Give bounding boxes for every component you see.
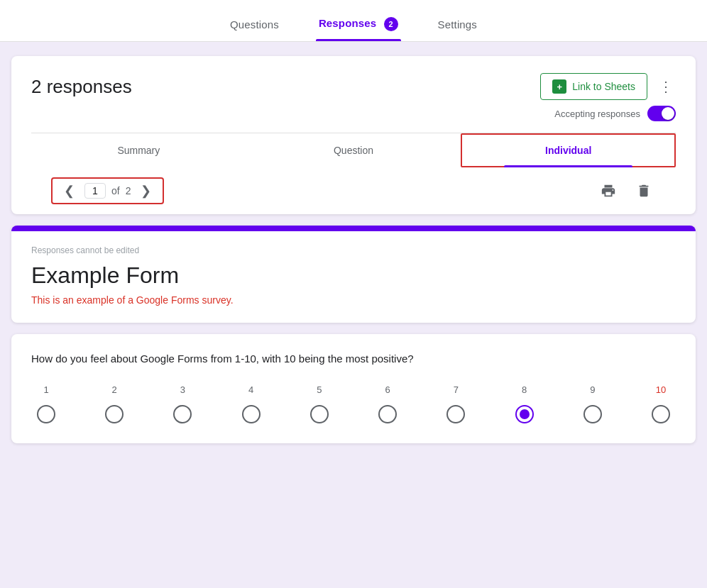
delete-icon (636, 183, 652, 199)
rating-col-9: 9 (583, 384, 602, 423)
accepting-responses-row: Accepting responses (31, 106, 676, 121)
sub-tab-question[interactable]: Question (246, 133, 461, 167)
question-card: How do you feel about Google Forms from … (11, 334, 696, 443)
pagination-control: ❮ of 2 ❯ (51, 177, 164, 204)
page-total: 2 (126, 185, 131, 196)
cannot-edit-message: Responses cannot be edited (31, 245, 676, 255)
radio-4[interactable] (242, 405, 261, 423)
tab-questions[interactable]: Questions (227, 11, 282, 40)
rating-col-5: 5 (310, 384, 329, 423)
rating-label-1: 1 (43, 384, 48, 395)
responses-top-row: 2 responses + Link to Sheets ⋮ (31, 73, 676, 100)
page-of-label: of (111, 185, 120, 196)
tab-responses-label: Responses (319, 17, 376, 29)
form-description: This is an example of a Google Forms sur… (31, 294, 676, 306)
sub-tab-individual[interactable]: Individual (461, 133, 676, 167)
question-text: How do you feel about Google Forms from … (31, 351, 676, 367)
rating-col-2: 2 (105, 384, 124, 423)
rating-col-6: 6 (378, 384, 397, 423)
sub-tab-summary[interactable]: Summary (31, 133, 246, 167)
rating-label-8: 8 (522, 384, 527, 395)
rating-label-10: 10 (656, 384, 666, 395)
form-header: Responses cannot be edited Example Form … (11, 231, 696, 323)
responses-badge: 2 (384, 17, 398, 31)
more-options-icon[interactable]: ⋮ (656, 75, 676, 98)
link-to-sheets-button[interactable]: + Link to Sheets (540, 73, 647, 100)
rating-label-4: 4 (248, 384, 253, 395)
chevron-left-icon: ❮ (64, 183, 75, 199)
print-icon (601, 183, 616, 199)
tab-settings-label: Settings (438, 18, 477, 30)
rating-col-10: 10 (652, 384, 670, 423)
rating-label-7: 7 (454, 384, 459, 395)
sub-tabs: Summary Question Individual (31, 133, 676, 167)
page-number-input[interactable] (84, 183, 106, 199)
accepting-responses-label: Accepting responses (554, 109, 640, 119)
main-content: 2 responses + Link to Sheets ⋮ Accepting… (0, 42, 707, 457)
delete-button[interactable] (632, 179, 656, 203)
rating-col-7: 7 (446, 384, 465, 423)
rating-col-1: 1 (37, 384, 55, 423)
top-navigation: Questions Responses 2 Settings (0, 0, 707, 42)
rating-label-6: 6 (385, 384, 390, 395)
tab-settings[interactable]: Settings (435, 11, 480, 40)
radio-7[interactable] (446, 405, 465, 423)
responses-count: 2 responses (31, 76, 132, 98)
rating-label-5: 5 (317, 384, 322, 395)
next-page-button[interactable]: ❯ (136, 182, 155, 200)
radio-1[interactable] (37, 405, 55, 423)
tab-questions-label: Questions (230, 18, 279, 30)
rating-col-3: 3 (173, 384, 192, 423)
radio-2[interactable] (105, 405, 124, 423)
rating-scale: 12345678910 (31, 384, 676, 423)
form-title: Example Form (31, 262, 676, 289)
responses-actions: + Link to Sheets ⋮ (540, 73, 676, 100)
rating-label-3: 3 (180, 384, 185, 395)
radio-6[interactable] (378, 405, 397, 423)
print-button[interactable] (596, 179, 620, 203)
sheets-icon: + (552, 79, 566, 94)
link-to-sheets-label: Link to Sheets (572, 81, 635, 92)
prev-page-button[interactable]: ❮ (60, 182, 79, 200)
rating-col-8: 8 (515, 384, 534, 423)
chevron-right-icon: ❯ (141, 183, 151, 199)
pagination-right-actions (596, 179, 656, 203)
rating-label-9: 9 (590, 384, 595, 395)
radio-inner-8 (520, 409, 530, 419)
radio-3[interactable] (173, 405, 192, 423)
form-header-card: Responses cannot be edited Example Form … (11, 226, 696, 323)
accepting-responses-toggle[interactable] (647, 106, 676, 121)
responses-card: 2 responses + Link to Sheets ⋮ Accepting… (11, 56, 696, 214)
radio-5[interactable] (310, 405, 329, 423)
rating-col-4: 4 (242, 384, 261, 423)
radio-8[interactable] (515, 405, 534, 423)
radio-10[interactable] (652, 405, 670, 423)
rating-label-2: 2 (112, 384, 117, 395)
tab-responses[interactable]: Responses 2 (316, 10, 401, 41)
pagination-row: ❮ of 2 ❯ (31, 167, 676, 214)
radio-9[interactable] (583, 405, 602, 423)
